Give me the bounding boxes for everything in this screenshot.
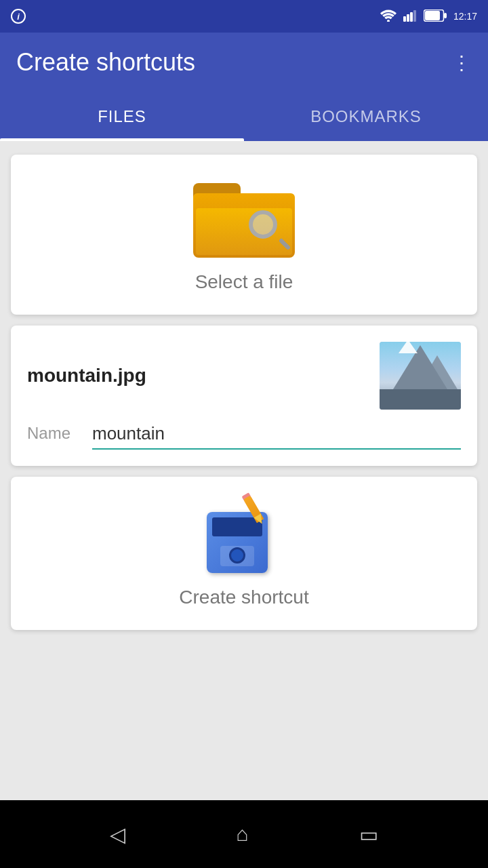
status-left: i	[11, 9, 26, 24]
status-right: 12:17	[380, 9, 477, 24]
name-input-wrapper	[92, 423, 461, 450]
file-thumbnail	[380, 342, 461, 410]
svg-point-0	[387, 20, 390, 22]
disk-inner	[229, 547, 245, 564]
file-header: mountain.jpg	[27, 342, 461, 410]
wifi-icon	[380, 9, 396, 24]
magnifier-glass	[249, 210, 277, 239]
home-button[interactable]: ⌂	[236, 823, 248, 846]
folder-icon	[193, 176, 295, 258]
select-file-card[interactable]: Select a file	[11, 155, 477, 315]
nav-bar: ◁ ⌂ ▭	[0, 800, 488, 868]
app-title: Create shortcuts	[16, 48, 195, 77]
name-label: Name	[27, 424, 81, 450]
main-content: Select a file mountain.jpg Name	[0, 141, 488, 800]
svg-rect-2	[407, 14, 409, 22]
magnifier-icon	[249, 210, 289, 251]
battery-icon	[424, 9, 447, 24]
create-shortcut-card[interactable]: Create shortcut	[11, 477, 477, 630]
svg-rect-3	[410, 12, 413, 22]
file-info-card: mountain.jpg Name	[11, 326, 477, 466]
svg-rect-4	[413, 10, 416, 22]
magnifier-handle	[279, 238, 291, 250]
mountain-base	[380, 389, 461, 410]
tab-files[interactable]: Files	[0, 92, 244, 141]
file-name: mountain.jpg	[27, 365, 146, 387]
svg-rect-7	[444, 13, 447, 18]
svg-rect-1	[403, 16, 406, 22]
mountain-image	[380, 342, 461, 410]
select-file-text: Select a file	[195, 271, 293, 293]
overflow-menu-button[interactable]: ⋮	[452, 52, 472, 74]
create-shortcut-icon	[207, 498, 281, 573]
tab-bookmarks[interactable]: Bookmarks	[244, 92, 488, 141]
svg-rect-6	[425, 11, 440, 20]
info-icon: i	[11, 9, 26, 24]
name-input[interactable]	[92, 423, 461, 444]
create-shortcut-text: Create shortcut	[179, 587, 308, 608]
app-bar: Create shortcuts ⋮	[0, 33, 488, 92]
recents-button[interactable]: ▭	[359, 823, 378, 846]
mountain-snow	[399, 342, 418, 353]
back-button[interactable]: ◁	[110, 823, 125, 846]
time-display: 12:17	[453, 11, 477, 22]
name-row: Name	[27, 423, 461, 450]
tabs-container: Files Bookmarks	[0, 92, 488, 141]
status-bar: i 12:17	[0, 0, 488, 33]
signal-icon	[403, 9, 417, 24]
